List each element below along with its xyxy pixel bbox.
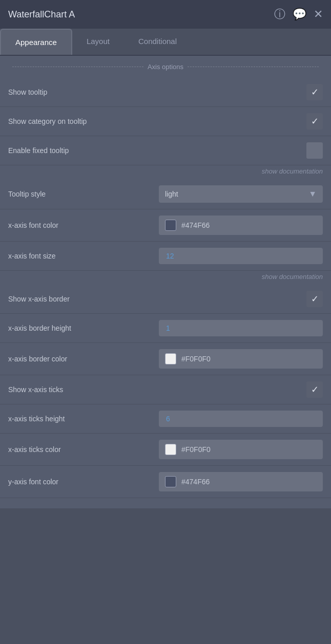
yaxis-font-color-value: #474F66 — [181, 478, 210, 486]
tab-appearance[interactable]: Appearance — [0, 29, 72, 55]
xaxis-ticks-color-row: x-axis ticks color #F0F0F0 — [0, 434, 331, 466]
show-tooltip-checkbox[interactable]: ✓ — [306, 84, 323, 100]
xaxis-border-height-input[interactable]: 1 — [159, 320, 323, 336]
xaxis-ticks-color-swatch[interactable] — [165, 444, 176, 455]
checkmark-icon: ✓ — [311, 87, 319, 98]
show-xaxis-ticks-checkbox[interactable]: ✓ — [306, 381, 323, 398]
tooltip-style-dropdown[interactable]: light ▼ — [159, 185, 323, 203]
xaxis-ticks-color-value: #F0F0F0 — [181, 445, 211, 454]
xaxis-font-color-row: x-axis font color #474F66 — [0, 209, 331, 242]
header: WaterfallChart A ⓘ 💬 ✕ — [0, 0, 331, 29]
yaxis-font-color-swatch[interactable] — [165, 476, 176, 487]
page-title: WaterfallChart A — [8, 9, 75, 20]
enable-fixed-checkbox[interactable] — [306, 142, 323, 159]
doc-link-2[interactable]: show documentation — [262, 273, 323, 281]
xaxis-font-size-row: x-axis font size 12 — [0, 242, 331, 271]
xaxis-ticks-height-row: x-axis ticks height 6 — [0, 404, 331, 434]
doc-link-1[interactable]: show documentation — [262, 167, 323, 175]
xaxis-border-color-input[interactable]: #F0F0F0 — [159, 349, 323, 369]
xaxis-font-color-input[interactable]: #474F66 — [159, 216, 323, 235]
xaxis-font-size-label: x-axis font size — [8, 252, 56, 260]
tab-layout[interactable]: Layout — [72, 29, 124, 55]
xaxis-border-height-label: x-axis border height — [8, 324, 71, 332]
tab-conditional[interactable]: Conditional — [124, 29, 191, 55]
xaxis-ticks-height-input[interactable]: 6 — [159, 411, 323, 427]
tooltip-style-label: Tooltip style — [8, 190, 46, 198]
doc-link-row-1: show documentation — [0, 165, 331, 179]
comment-icon[interactable]: 💬 — [293, 8, 306, 21]
show-xaxis-border-row: Show x-axis border ✓ — [0, 285, 331, 314]
show-tooltip-label: Show tooltip — [8, 88, 47, 96]
xaxis-ticks-color-input[interactable]: #F0F0F0 — [159, 440, 323, 459]
xaxis-border-color-label: x-axis border color — [8, 355, 67, 363]
tooltip-style-row: Tooltip style light ▼ — [0, 179, 331, 209]
xaxis-font-color-swatch[interactable] — [165, 220, 176, 231]
show-tooltip-row: Show tooltip ✓ — [0, 78, 331, 107]
checkmark-icon: ✓ — [311, 293, 319, 305]
show-category-checkbox[interactable]: ✓ — [306, 113, 323, 130]
show-xaxis-border-checkbox[interactable]: ✓ — [306, 291, 323, 307]
yaxis-font-color-input[interactable]: #474F66 — [159, 472, 323, 491]
show-xaxis-ticks-label: Show x-axis ticks — [8, 385, 63, 394]
checkmark-icon: ✓ — [311, 116, 319, 127]
yaxis-font-color-row: y-axis font color #474F66 — [0, 466, 331, 498]
show-xaxis-border-label: Show x-axis border — [8, 295, 70, 303]
show-xaxis-ticks-row: Show x-axis ticks ✓ — [0, 375, 331, 404]
header-icons: ⓘ 💬 ✕ — [274, 7, 323, 22]
axis-options-divider: Axis options — [0, 56, 331, 78]
xaxis-font-color-value: #474F66 — [181, 221, 210, 229]
chevron-down-icon: ▼ — [308, 189, 317, 199]
show-category-row: Show category on tooltip ✓ — [0, 107, 331, 136]
xaxis-ticks-color-label: x-axis ticks color — [8, 445, 61, 454]
xaxis-border-color-row: x-axis border color #F0F0F0 — [0, 343, 331, 375]
show-category-label: Show category on tooltip — [8, 117, 87, 125]
yaxis-font-color-label: y-axis font color — [8, 478, 58, 486]
checkmark-icon: ✓ — [311, 384, 319, 395]
xaxis-border-color-swatch[interactable] — [165, 353, 176, 364]
xaxis-font-size-input[interactable]: 12 — [159, 248, 323, 264]
info-icon[interactable]: ⓘ — [274, 7, 285, 22]
content: Axis options Show tooltip ✓ Show categor… — [0, 56, 331, 508]
xaxis-border-height-row: x-axis border height 1 — [0, 314, 331, 343]
doc-link-row-2: show documentation — [0, 271, 331, 285]
enable-fixed-row: Enable fixed tooltip — [0, 136, 331, 165]
enable-fixed-label: Enable fixed tooltip — [8, 146, 69, 155]
xaxis-ticks-height-label: x-axis ticks height — [8, 415, 65, 423]
xaxis-font-color-label: x-axis font color — [8, 221, 58, 229]
tabs: Appearance Layout Conditional — [0, 29, 331, 56]
xaxis-border-color-value: #F0F0F0 — [181, 355, 211, 363]
close-icon[interactable]: ✕ — [314, 8, 323, 21]
